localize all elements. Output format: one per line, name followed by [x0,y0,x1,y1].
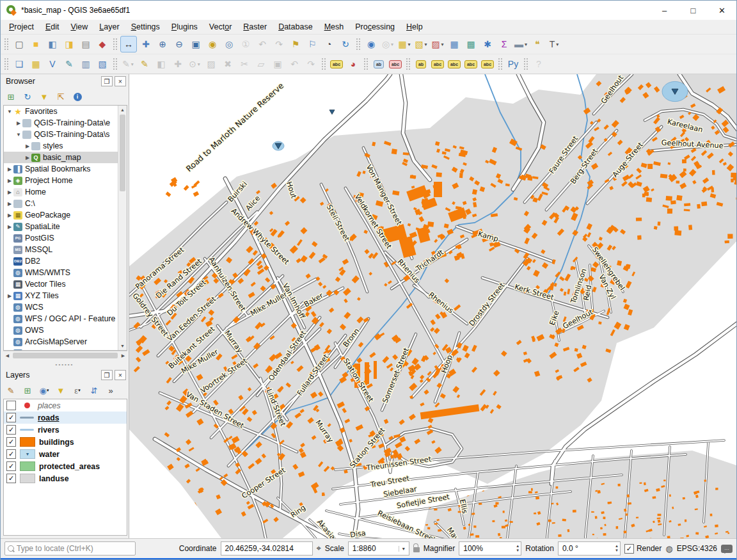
data-source-manager-icon[interactable]: ❏ [12,56,27,72]
toolbar-handle[interactable] [356,38,361,51]
expander-icon[interactable]: ▼ [6,109,13,115]
zoom-to-layer-icon[interactable]: ◎ [221,36,237,52]
deselect-features-icon[interactable]: ▨▾ [430,36,445,52]
expander-icon[interactable]: ▶ [24,143,31,149]
redo-icon[interactable]: ↷ [303,56,319,72]
help-icon[interactable]: ? [531,56,546,72]
toggle-editing-icon[interactable]: ✎ [137,56,152,72]
rotate-label-icon[interactable]: abc [463,56,479,72]
zoom-native-icon[interactable]: ① [238,36,253,52]
menu-plugins[interactable]: Plugins [166,21,203,33]
open-attribute-table-icon[interactable]: ▦ [447,36,462,52]
modify-attributes-icon[interactable]: ▨ [203,56,219,72]
zoom-next-icon[interactable]: ↷ [271,36,287,52]
zoom-in-icon[interactable]: ⊕ [155,36,170,52]
browser-item-spatial-bookmarks[interactable]: ▶▐Spatial Bookmarks [4,163,118,175]
browser-item-qgis-training-data-e[interactable]: ▶QGIS-Training-Data\e [4,117,118,129]
show-hide-labels-icon[interactable]: abc [430,56,445,72]
browser-item-db2[interactable]: DB2DB2 [4,255,118,267]
browser-item-arcgisfeatures[interactable]: ◍ArcGisFeatureS [4,348,118,350]
layer-checkbox-places[interactable] [6,401,16,410]
new-spatialite-layer-icon[interactable]: ✎ [61,56,77,72]
highlight-pinned-labels-icon[interactable]: ab [413,56,429,72]
map-canvas[interactable]: Road to Marloth Nature ReserveGeelhoutKa… [129,74,736,538]
browser-item-project-home[interactable]: ▶◈Project Home [4,175,118,186]
add-feature-icon[interactable]: ✚ [170,56,186,72]
new-geopackage-layer-icon[interactable]: ▦ [28,56,44,72]
delete-selected-icon[interactable]: ✖ [220,56,235,72]
open-project-icon[interactable]: ■ [28,36,44,52]
expand-collapse-icon[interactable]: ⇵ [86,383,102,397]
identify-features-icon[interactable]: ◉ [363,36,379,52]
new-shapefile-layer-icon[interactable]: V [45,56,60,72]
statistical-summary-icon[interactable]: Σ [496,36,512,52]
expander-icon[interactable]: ▶ [6,166,13,172]
browser-item-home[interactable]: ▶⌂Home [4,186,118,198]
layers-float-button[interactable]: ❐ [101,370,113,380]
layer-diagram-icon[interactable]: ◕ [345,56,361,72]
processing-toolbox-icon[interactable]: ✱ [480,36,495,52]
toolbar-handle[interactable] [406,58,411,70]
browser-item-qgis-training-data-s[interactable]: ▼QGIS-Training-Data\s [4,129,118,140]
move-label-icon[interactable]: abc [447,56,462,72]
select-by-value-icon[interactable]: ▧▾ [413,36,429,52]
menu-database[interactable]: Database [273,21,319,33]
save-layer-edits-icon[interactable]: ◧ [154,56,169,72]
zoom-full-icon[interactable]: ▣ [188,36,203,52]
expander-icon[interactable]: ▶ [6,293,13,299]
maximize-button[interactable]: □ [679,1,708,20]
browser-float-button[interactable]: ❐ [101,76,113,86]
layer-checkbox-buildings[interactable]: ✓ [6,437,16,447]
refresh-browser-icon[interactable]: ↻ [20,90,35,104]
new-project-icon[interactable]: ▢ [12,36,27,52]
map-tips-icon[interactable]: ❝ [530,36,545,52]
panel-splitter[interactable]: •••••• [1,361,129,368]
layer-row-places[interactable]: places [4,399,127,412]
open-layer-styling-icon[interactable]: ✎ [3,383,19,397]
manage-map-themes-icon[interactable]: ◉▾ [36,383,52,397]
toolbar-handle[interactable] [113,58,118,70]
toolbar-handle[interactable] [523,58,528,70]
browser-horizontal-scrollbar[interactable]: ◀▶ [3,351,127,360]
coordinate-value[interactable]: 20.46259,-34.02814 [221,541,313,556]
temporal-controller-icon[interactable]: ◔ [321,36,337,52]
layer-row-rivers[interactable]: ✓rivers [4,424,127,436]
menu-settings[interactable]: Settings [125,21,166,33]
zoom-out-icon[interactable]: ⊖ [171,36,187,52]
menu-mesh[interactable]: Mesh [319,21,350,33]
browser-item-vector-tiles[interactable]: ▦Vector Tiles [4,278,118,290]
layer-row-water[interactable]: ✓▼water [4,448,127,460]
save-project-as-icon[interactable]: ◨ [61,36,77,52]
browser-item-basic-map[interactable]: ▶Qbasic_map [4,152,118,163]
browser-item-arcgismapserver[interactable]: ◍ArcGisMapServer [4,336,118,348]
browser-item-geopackage[interactable]: ▶▦GeoPackage [4,209,118,221]
undo-icon[interactable]: ↶ [287,56,302,72]
layer-row-landuse[interactable]: ✓landuse [4,472,127,484]
browser-item-wms-wmts[interactable]: ◍WMS/WMTS [4,267,118,278]
field-calculator-icon[interactable]: ▩ [463,36,479,52]
layer-labeling-icon[interactable]: abc [329,56,344,72]
layer-row-roads[interactable]: ✓roads [4,412,127,424]
browser-item-favorites[interactable]: ▼★Favorites [4,106,118,117]
menu-edit[interactable]: Edit [40,21,65,33]
toolbar-handle[interactable] [363,58,368,70]
scale-combobox[interactable]: 1:8860▾ [348,541,409,556]
layer-checkbox-roads[interactable]: ✓ [6,413,16,422]
magnifier-spinbox[interactable]: 100%▲▼ [459,541,521,556]
layer-checkbox-rivers[interactable]: ✓ [6,425,16,435]
pan-to-selection-icon[interactable]: ✚ [138,36,154,52]
layer-checkbox-landuse[interactable]: ✓ [6,474,16,483]
expander-icon[interactable]: ▶ [6,178,13,184]
vertex-tool-icon[interactable]: ⊙▾ [187,56,202,72]
style-manager-icon[interactable]: ◆ [95,36,110,52]
lock-scale-icon[interactable] [413,547,420,552]
menu-view[interactable]: View [65,21,93,33]
minimize-button[interactable]: – [650,1,679,20]
new-print-layout-icon[interactable]: ▤ [78,36,93,52]
python-console-icon[interactable]: Py [505,56,521,72]
menu-layer[interactable]: Layer [93,21,125,33]
rotation-spinbox[interactable]: 0.0 °▲▼ [558,541,621,556]
pan-map-icon[interactable]: ↔ [120,36,137,52]
filter-legend-icon[interactable]: ▼ [53,383,68,397]
browser-item-mssql[interactable]: MSMSSQL [4,244,118,255]
